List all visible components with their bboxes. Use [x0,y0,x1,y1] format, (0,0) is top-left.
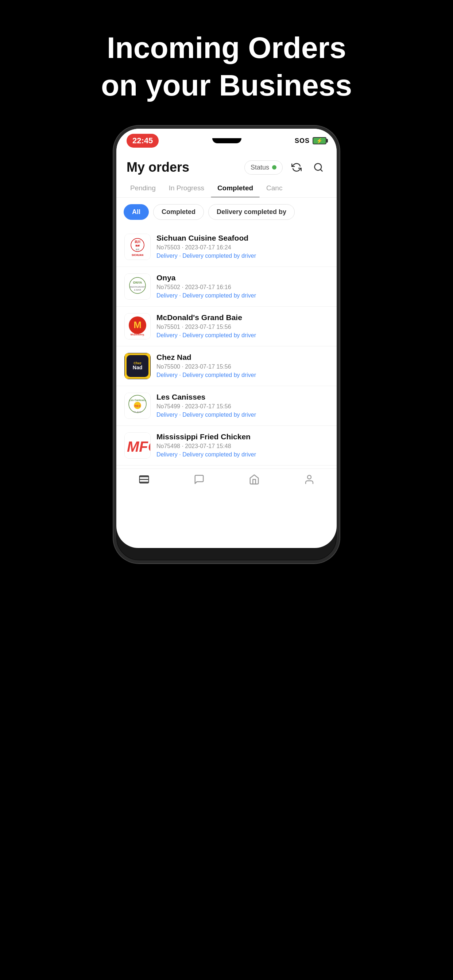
refresh-button[interactable] [289,159,305,175]
battery-lightning-icon: ⚡ [316,138,322,144]
tabs-bar: Pending In Progress Completed Canc [116,179,337,197]
order-meta: No75498 · 2023-07-17 15:48 [156,443,329,450]
nav-store[interactable] [249,474,260,485]
order-meta: No75502 · 2023-07-17 16:16 [156,284,329,291]
search-icon [313,162,324,172]
battery-icon: ⚡ [313,137,327,145]
order-meta: No75503 · 2023-07-17 16:24 [156,244,329,251]
app-header: My orders Status [116,151,337,179]
restaurant-logo: Chez Nad [124,353,151,379]
status-bar: 22:45 SOS ⚡ [116,129,337,151]
order-meta: No75500 · 2023-07-17 15:56 [156,363,329,370]
nav-chat[interactable] [194,474,205,485]
svg-line-1 [320,169,322,171]
restaurant-logo: ONYA RESTAURANT & BAR [124,274,151,300]
svg-text:SICHUAN: SICHUAN [132,254,144,256]
table-row[interactable]: ONYA RESTAURANT & BAR Onya No75502 · 202… [116,267,337,307]
tab-cancelled[interactable]: Canc [260,179,289,197]
svg-text:Les Canisses: Les Canisses [129,399,146,401]
hero-section: Incoming Orders on your Business [86,0,367,126]
table-row[interactable]: Les Canisses RES PLAGE Les Canisses No75… [116,386,337,426]
notch-area [212,138,241,143]
hero-title: Incoming Orders on your Business [101,29,352,104]
status-dot [272,165,276,170]
order-status: Delivery · Delivery completed by driver [156,412,329,418]
table-row[interactable]: MFC Mississippi Fried Chicken No75498 · … [116,426,337,466]
bottom-nav [116,468,337,496]
phone-frame: 22:45 SOS ⚡ My orders Status [113,126,340,563]
table-row[interactable]: Chez Nad Chez Nad No75500 · 2023-07-17 1… [116,346,337,386]
order-status: Delivery · Delivery completed by driver [156,253,329,259]
profile-icon [304,474,315,485]
restaurant-name: McDonald's Grand Baie [156,313,329,322]
table-row[interactable]: 四川 海鲜 饭店 SICHUAN Sichuan Cuisine Seafood… [116,227,337,267]
restaurant-logo: MFC [124,433,151,459]
order-status: Delivery · Delivery completed by driver [156,293,329,299]
page-title: My orders [126,160,189,175]
status-time: 22:45 [126,134,159,148]
svg-text:PLAGE: PLAGE [134,411,142,413]
header-actions: Status [244,159,327,175]
order-info: Les Canisses No75499 · 2023-07-17 15:56 … [156,393,329,418]
sos-label: SOS [295,137,309,145]
tab-in-progress[interactable]: In Progress [162,179,211,197]
svg-point-33 [308,476,311,479]
nav-orders[interactable] [139,474,150,485]
order-info: Chez Nad No75500 · 2023-07-17 15:56 Deli… [156,353,329,379]
store-icon [249,474,260,485]
restaurant-name: Chez Nad [156,353,329,362]
tab-completed[interactable]: Completed [211,179,260,197]
list-icon [139,474,150,485]
chip-delivery-completed[interactable]: Delivery completed by [208,204,295,220]
order-status: Delivery · Delivery completed by driver [156,332,329,339]
status-right: SOS ⚡ [295,137,327,145]
chip-all[interactable]: All [124,204,149,220]
svg-text:& BAR: & BAR [134,289,142,291]
restaurant-logo: 四川 海鲜 饭店 SICHUAN [124,234,151,260]
order-info: McDonald's Grand Baie No75501 · 2023-07-… [156,313,329,339]
phone-screen: 22:45 SOS ⚡ My orders Status [116,129,337,548]
order-info: Mississippi Fried Chicken No75498 · 2023… [156,433,329,458]
svg-text:海鲜: 海鲜 [135,244,140,247]
order-info: Sichuan Cuisine Seafood No75503 · 2023-0… [156,234,329,259]
chip-completed[interactable]: Completed [153,204,204,220]
filter-chips: All Completed Delivery completed by [116,197,337,224]
chat-icon [194,474,205,485]
refresh-icon [292,162,301,172]
status-label: Status [250,164,269,171]
svg-text:Nad: Nad [133,364,142,371]
search-button[interactable] [310,159,327,175]
svg-text:MFC: MFC [127,439,150,455]
order-info: Onya No75502 · 2023-07-17 16:16 Delivery… [156,274,329,299]
restaurant-name: Mississippi Fried Chicken [156,433,329,441]
table-row[interactable]: M McDelivery. McDonald's Grand Baie No75… [116,307,337,346]
restaurant-logo: Les Canisses RES PLAGE [124,393,151,419]
svg-text:M: M [134,320,142,330]
svg-text:饭店: 饭店 [135,248,139,250]
order-status: Delivery · Delivery completed by driver [156,372,329,379]
restaurant-logo: M McDelivery. [124,313,151,339]
svg-text:McDelivery.: McDelivery. [131,333,144,336]
svg-text:RESTAURANT: RESTAURANT [130,286,145,288]
battery-body: ⚡ [313,137,327,145]
restaurant-name: Onya [156,274,329,282]
order-status: Delivery · Delivery completed by driver [156,451,329,458]
tab-pending[interactable]: Pending [124,179,162,197]
svg-text:ONYA: ONYA [133,281,142,285]
restaurant-name: Les Canisses [156,393,329,401]
order-meta: No75499 · 2023-07-17 15:56 [156,403,329,410]
svg-text:RES: RES [135,404,141,407]
status-filter-pill[interactable]: Status [244,161,283,175]
restaurant-name: Sichuan Cuisine Seafood [156,234,329,242]
nav-profile[interactable] [304,474,315,485]
svg-text:四川: 四川 [135,240,140,243]
order-meta: No75501 · 2023-07-17 15:56 [156,324,329,330]
order-list: 四川 海鲜 饭店 SICHUAN Sichuan Cuisine Seafood… [116,224,337,468]
